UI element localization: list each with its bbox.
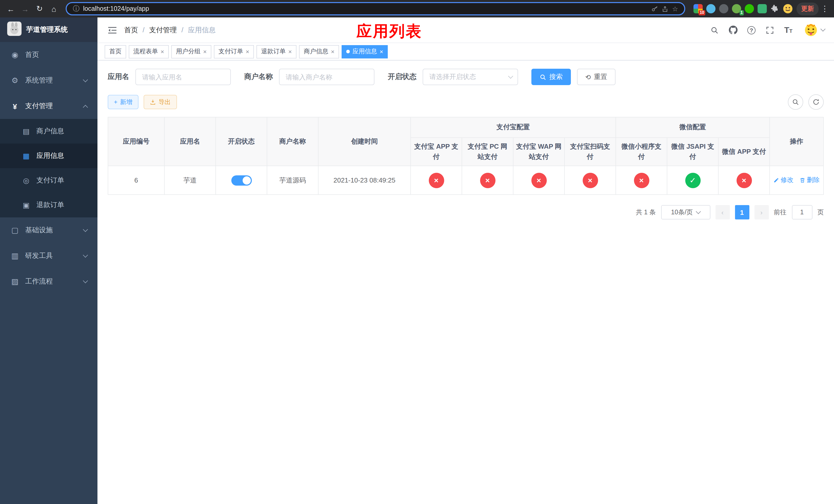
page-content: 应用名 商户名称 开启状态 请选择开启状态 搜索 ⟲ 重置 [97, 61, 834, 504]
tab-user-group[interactable]: 用户分组 [171, 45, 211, 58]
extension-icon-drop[interactable] [706, 4, 716, 13]
table-row: 6 芋道 芋道源码 2021-10-23 08:49:25 × × × × × [108, 166, 824, 195]
col-alipay-app: 支付宝 APP 支付 [411, 138, 462, 166]
next-page-button[interactable]: › [754, 205, 769, 220]
goto-page-input[interactable] [792, 205, 812, 220]
close-icon[interactable] [246, 48, 249, 54]
add-button[interactable]: + 新增 [108, 95, 138, 109]
sidebar-item-label: 工作流程 [25, 277, 53, 286]
extension-icon-dark[interactable] [719, 4, 728, 13]
sidebar-item-home[interactable]: ◉ 首页 [0, 42, 97, 68]
bookmark-star-icon[interactable]: ☆ [672, 5, 678, 13]
font-size-icon[interactable]: TT [781, 23, 796, 37]
filter-form: 应用名 商户名称 开启状态 请选择开启状态 搜索 ⟲ 重置 [108, 69, 824, 85]
delete-link[interactable]: 删除 [799, 176, 820, 185]
help-icon[interactable]: ? [744, 23, 759, 37]
extension-icon-wechat[interactable] [745, 4, 754, 13]
browser-update-button[interactable]: 更新 [796, 2, 819, 15]
logo-avatar [7, 22, 22, 38]
tab-process-form[interactable]: 流程表单 [129, 45, 169, 58]
export-button[interactable]: 导出 [144, 95, 177, 109]
app-name-input[interactable] [135, 69, 231, 85]
extensions-puzzle-icon[interactable] [770, 4, 780, 13]
reset-button[interactable]: ⟲ 重置 [577, 69, 615, 85]
sidebar-fold-icon[interactable] [105, 22, 120, 38]
plus-icon: + [114, 98, 117, 106]
back-icon[interactable]: ← [4, 2, 18, 15]
close-icon[interactable] [379, 48, 383, 54]
status-toggle[interactable] [231, 175, 251, 186]
refresh-table-button[interactable] [808, 94, 824, 110]
sidebar-item-pay-order[interactable]: ◎ 支付订单 [0, 168, 97, 193]
chevron-down-icon [696, 209, 701, 214]
tab-merchant-info[interactable]: 商户信息 [299, 45, 339, 58]
extension-icon-emoji[interactable] [783, 4, 792, 13]
extension-icon-green-square[interactable] [758, 4, 767, 13]
extension-icon-grid[interactable]: 10 [694, 4, 703, 13]
sidebar-item-payment[interactable]: ¥ 支付管理 [0, 93, 97, 119]
page-annotation-title: 应用列表 [356, 21, 422, 42]
tab-refund-order[interactable]: 退款订单 [257, 45, 297, 58]
home-icon[interactable]: ⌂ [47, 2, 61, 15]
chevron-down-icon [83, 227, 88, 232]
refresh-icon[interactable]: ↻ [33, 2, 46, 15]
page-size-select[interactable]: 10条/页 [661, 205, 710, 220]
sidebar: 芋道管理系统 ◉ 首页 ⚙ 系统管理 ¥ 支付管理 [0, 18, 97, 504]
page-number-button[interactable]: 1 [735, 205, 749, 220]
sidebar-item-refund-order[interactable]: ▣ 退款订单 [0, 193, 97, 217]
sidebar-item-workflow[interactable]: ▨ 工作流程 [0, 269, 97, 294]
prev-page-button[interactable]: ‹ [715, 205, 730, 220]
breadcrumb-home[interactable]: 首页 [124, 25, 138, 35]
address-bar[interactable]: ⓘ localhost:1024/pay/app ☆ [66, 2, 685, 15]
forward-icon[interactable]: → [19, 2, 32, 15]
gear-icon: ⚙ [10, 76, 20, 85]
cell-app-id: 6 [108, 166, 164, 195]
yen-icon: ¥ [10, 102, 20, 111]
fullscreen-icon[interactable] [762, 23, 777, 37]
extension-icon-avatar[interactable]: 1 [732, 4, 741, 13]
close-icon[interactable] [331, 48, 334, 54]
circle-order-icon: ◎ [22, 176, 31, 185]
payment-submenu: ▤ 商户信息 ▦ 应用信息 ◎ 支付订单 ▣ 退款订单 [0, 119, 97, 217]
tab-app-info[interactable]: 应用信息 [342, 45, 388, 58]
edit-link[interactable]: 修改 [773, 176, 793, 185]
sidebar-item-infrastructure[interactable]: ▢ 基础设施 [0, 217, 97, 243]
merchant-name-label: 商户名称 [244, 72, 273, 82]
sidebar-item-label: 系统管理 [25, 76, 53, 85]
merchant-name-input[interactable] [279, 69, 374, 85]
breadcrumb-payment[interactable]: 支付管理 [149, 25, 177, 35]
col-alipay-pc: 支付宝 PC 网站支付 [462, 138, 513, 166]
chevron-down-icon [508, 73, 513, 78]
toggle-search-button[interactable] [788, 94, 803, 110]
sidebar-item-label: 支付订单 [37, 176, 64, 185]
sidebar-item-system[interactable]: ⚙ 系统管理 [0, 68, 97, 93]
col-status: 开启状态 [216, 117, 267, 166]
sidebar-item-label: 应用信息 [37, 151, 64, 160]
share-icon[interactable] [662, 5, 668, 12]
col-merchant: 商户名称 [267, 117, 318, 166]
chevron-down-icon [83, 253, 88, 258]
close-icon[interactable] [203, 48, 207, 54]
breadcrumb-separator [181, 26, 184, 34]
search-button[interactable]: 搜索 [531, 69, 571, 85]
breadcrumb: 首页 支付管理 应用信息 [124, 25, 216, 35]
password-key-icon[interactable] [652, 5, 658, 12]
user-menu[interactable] [803, 21, 825, 39]
status-select[interactable]: 请选择开启状态 [423, 69, 518, 85]
cell-alipay-qr: × [565, 166, 616, 195]
col-app-name: 应用名 [164, 117, 216, 166]
sidebar-item-app-info[interactable]: ▦ 应用信息 [0, 143, 97, 168]
app-title: 芋道管理系统 [26, 25, 68, 35]
sidebar-item-dev-tools[interactable]: ▥ 研发工具 [0, 243, 97, 269]
sidebar-item-merchant-info[interactable]: ▤ 商户信息 [0, 119, 97, 143]
app-logo[interactable]: 芋道管理系统 [0, 18, 97, 42]
tab-pay-order[interactable]: 支付订单 [214, 45, 254, 58]
github-icon[interactable] [725, 23, 741, 37]
site-info-icon[interactable]: ⓘ [73, 4, 80, 13]
extensions-bar: 10 1 [694, 4, 792, 13]
tab-home[interactable]: 首页 [105, 45, 126, 58]
search-icon[interactable] [707, 23, 722, 37]
close-icon[interactable] [288, 48, 292, 54]
browser-menu-icon[interactable]: ⋮ [820, 4, 830, 13]
close-icon[interactable] [160, 48, 164, 54]
